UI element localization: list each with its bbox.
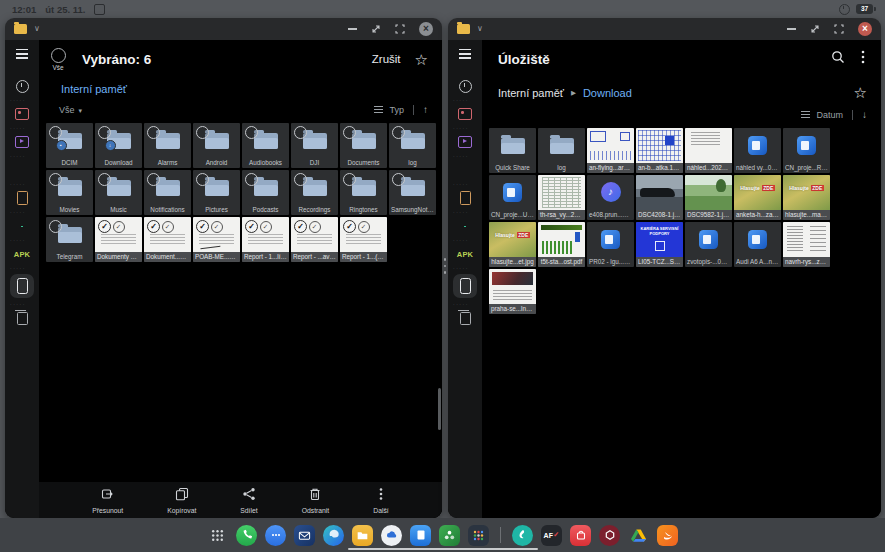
sidebar-item-downloads[interactable] bbox=[453, 218, 477, 234]
taskbar-messages-icon[interactable] bbox=[265, 525, 286, 546]
sidebar-item-documents[interactable] bbox=[10, 190, 34, 206]
fullscreen-button[interactable] bbox=[395, 20, 405, 38]
cancel-button[interactable]: Zrušit bbox=[372, 53, 401, 65]
sort-list-icon[interactable] bbox=[374, 106, 383, 113]
more-button[interactable]: Další bbox=[373, 487, 389, 514]
breadcrumb-current[interactable]: Download bbox=[583, 87, 632, 99]
fullscreen-button[interactable] bbox=[834, 20, 844, 38]
selection-checkbox[interactable] bbox=[294, 173, 307, 186]
folder-tile[interactable]: Music bbox=[95, 170, 142, 215]
sidebar-item-documents[interactable] bbox=[453, 190, 477, 206]
window-titlebar[interactable]: ∨ × bbox=[5, 18, 442, 40]
file-tile[interactable]: náhled vy...024.docx bbox=[734, 128, 781, 173]
file-tile[interactable]: ✓✓Dokumenty s.r.o.PDF bbox=[95, 217, 142, 262]
selection-checkbox[interactable] bbox=[98, 173, 111, 186]
selection-checkbox[interactable] bbox=[49, 220, 62, 233]
folder-tile[interactable]: Alarms bbox=[144, 123, 191, 168]
menu-icon[interactable] bbox=[459, 49, 471, 59]
folder-tile[interactable]: Android bbox=[193, 123, 240, 168]
copy-button[interactable]: Kopírovat bbox=[167, 487, 196, 514]
file-tile[interactable]: ♪e408.prun...dlo.mp3 bbox=[587, 175, 634, 220]
selection-checkbox[interactable] bbox=[245, 126, 258, 139]
delete-button[interactable]: Odstranit bbox=[302, 487, 330, 514]
selection-checkbox[interactable]: ✓ bbox=[196, 220, 209, 233]
close-button[interactable]: × bbox=[419, 22, 433, 36]
minimize-button[interactable] bbox=[787, 28, 796, 30]
taskbar-app-grid-icon[interactable] bbox=[207, 525, 228, 546]
file-tile[interactable]: KARIÉRA SERVISNÍ PODPORYLI05-TCZ...SLA.p… bbox=[636, 222, 683, 267]
file-tile[interactable]: navrh-rys...ze5.pdf bbox=[783, 222, 830, 267]
favorite-icon[interactable]: ☆ bbox=[415, 52, 428, 67]
file-tile[interactable]: ✓✓POAB-ME...FAL.PDF bbox=[193, 217, 240, 262]
folder-tile[interactable]: ↓Download bbox=[95, 123, 142, 168]
taskbar-edge-browser-icon[interactable] bbox=[323, 525, 344, 546]
selection-checkbox[interactable] bbox=[343, 173, 356, 186]
file-tile[interactable]: DSC4208-1.jpg bbox=[636, 175, 683, 220]
chevron-down-icon[interactable]: ∨ bbox=[477, 24, 483, 34]
breadcrumb-root[interactable]: Interní paměť bbox=[498, 87, 564, 99]
sidebar-item-trash[interactable] bbox=[10, 310, 34, 326]
taskbar-app-store-icon[interactable] bbox=[570, 525, 591, 546]
file-tile[interactable]: th-rsa_vy...2024.pdf bbox=[538, 175, 585, 220]
file-tile[interactable]: praha-se...lnen.pdf bbox=[489, 269, 536, 314]
taskbar-health-icon[interactable] bbox=[599, 525, 620, 546]
selection-checkbox[interactable] bbox=[147, 126, 160, 139]
sort-field[interactable]: Typ bbox=[389, 105, 404, 115]
selection-checkbox[interactable] bbox=[49, 173, 62, 186]
kebab-menu-icon[interactable] bbox=[861, 50, 865, 68]
selection-checkbox[interactable] bbox=[196, 173, 209, 186]
taskbar-app-drawer-icon[interactable] bbox=[468, 525, 489, 546]
folder-tile[interactable]: Movies bbox=[46, 170, 93, 215]
folder-tile[interactable]: DJI bbox=[291, 123, 338, 168]
folder-tile[interactable]: Podcasts bbox=[242, 170, 289, 215]
location-link[interactable]: Interní paměť bbox=[39, 78, 442, 95]
selection-checkbox[interactable] bbox=[98, 126, 111, 139]
file-tile[interactable]: CN_proje...R+SP.doc bbox=[783, 128, 830, 173]
file-tile[interactable]: náhled...2024.pdf bbox=[685, 128, 732, 173]
selection-checkbox[interactable] bbox=[343, 126, 356, 139]
taskbar-notes-icon[interactable] bbox=[410, 525, 431, 546]
file-tile[interactable]: an-b...atka.1.0.pdf bbox=[636, 128, 683, 173]
folder-tile[interactable]: Quick Share bbox=[489, 128, 536, 173]
selection-checkbox[interactable] bbox=[196, 126, 209, 139]
window-resize-handle[interactable] bbox=[444, 258, 447, 274]
restore-button[interactable] bbox=[810, 20, 820, 38]
favorite-icon[interactable]: ☆ bbox=[854, 85, 867, 100]
selection-checkbox[interactable] bbox=[49, 126, 62, 139]
file-tile[interactable]: ✓✓Report - 1...líbe.PDF bbox=[242, 217, 289, 262]
close-button[interactable]: × bbox=[858, 22, 872, 36]
folder-tile[interactable]: SamsungNotes bbox=[389, 170, 436, 215]
chevron-down-icon[interactable]: ∨ bbox=[34, 24, 40, 34]
selection-checkbox[interactable]: ✓ bbox=[245, 220, 258, 233]
folder-tile[interactable]: Recordings bbox=[291, 170, 338, 215]
selection-checkbox[interactable]: ✓ bbox=[343, 220, 356, 233]
sidebar-item-audio[interactable] bbox=[453, 162, 477, 178]
sidebar-item-apk[interactable]: APK bbox=[10, 246, 34, 262]
sidebar-item-internal-storage[interactable] bbox=[10, 274, 34, 298]
menu-icon[interactable] bbox=[16, 49, 28, 59]
window-titlebar[interactable]: ∨ × bbox=[448, 18, 881, 40]
sidebar-item-apk[interactable]: APK bbox=[453, 246, 477, 262]
taskbar-drive-icon[interactable] bbox=[628, 525, 649, 546]
file-tile[interactable]: zvotopis-...025.docx bbox=[685, 222, 732, 267]
taskbar-onedrive-icon[interactable] bbox=[381, 525, 402, 546]
selection-checkbox[interactable] bbox=[392, 173, 405, 186]
move-button[interactable]: Přesunout bbox=[92, 487, 123, 514]
sidebar-item-videos[interactable] bbox=[10, 134, 34, 150]
file-tile[interactable]: DSC9582-1.jpg bbox=[685, 175, 732, 220]
taskbar-phone-icon[interactable] bbox=[236, 525, 257, 546]
file-tile[interactable]: ✓✓Report - ...av(1).PDF bbox=[291, 217, 338, 262]
file-tile[interactable]: an-flying...arvy.pdf bbox=[587, 128, 634, 173]
file-tile[interactable]: HlasujteZDEanketa-h...zaja.jpg bbox=[734, 175, 781, 220]
select-all-checkbox[interactable] bbox=[51, 48, 66, 63]
file-tile[interactable]: CN_proje...UDE.doc bbox=[489, 175, 536, 220]
sort-direction-icon[interactable]: ↑ bbox=[423, 104, 428, 115]
folder-tile[interactable]: ▪DCIM bbox=[46, 123, 93, 168]
taskbar-email-icon[interactable] bbox=[294, 525, 315, 546]
taskbar-my-files-icon[interactable] bbox=[352, 525, 373, 546]
folder-tile[interactable]: log bbox=[538, 128, 585, 173]
selection-checkbox[interactable]: ✓ bbox=[147, 220, 160, 233]
taskbar-swift-app-icon[interactable] bbox=[657, 525, 678, 546]
taskbar-af-app-icon[interactable]: AF✓ bbox=[541, 525, 562, 546]
file-tile[interactable]: HlasujteZDEhlasujte...may.jpg bbox=[783, 175, 830, 220]
